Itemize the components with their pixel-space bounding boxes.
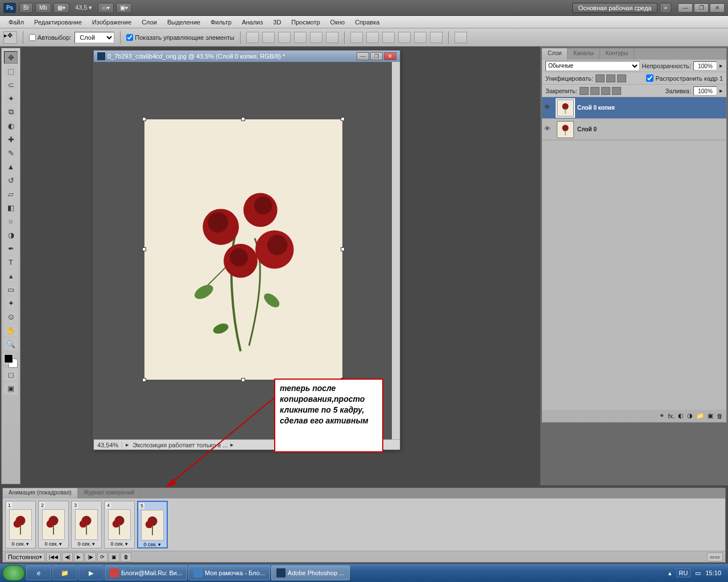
layer-group-icon[interactable]: 📁	[696, 412, 704, 419]
mini-bridge-button[interactable]: Mb	[35, 3, 51, 13]
lock-all-icon[interactable]	[612, 87, 621, 95]
workspace-switcher[interactable]: Основная рабочая среда	[572, 3, 658, 13]
screen-mode-button[interactable]: ▣▾	[116, 3, 132, 13]
bridge-button[interactable]: Br	[19, 3, 33, 13]
layer-mask-icon[interactable]: ◐	[678, 412, 684, 419]
clock[interactable]: 15:10	[705, 569, 721, 576]
link-layers-icon[interactable]: ⚭	[659, 412, 664, 419]
color-swatches[interactable]	[4, 354, 18, 368]
menu-select[interactable]: Выделение	[162, 19, 205, 26]
layer-name[interactable]: Слой 0	[577, 126, 597, 132]
taskbar-item[interactable]: Adobe Photoshop ...	[271, 566, 350, 580]
pinned-ie-icon[interactable]: e	[26, 566, 51, 580]
distribute-button-3[interactable]	[382, 32, 395, 43]
tab-layers[interactable]: Слои	[542, 48, 568, 60]
vertical-scrollbar[interactable]	[392, 62, 400, 439]
shape-tool[interactable]: ▭	[4, 283, 18, 296]
eyedropper-tool[interactable]: ◐	[4, 119, 18, 132]
align-button-1[interactable]	[246, 32, 259, 43]
layer-row[interactable]: 👁 Слой 0 копия	[542, 97, 726, 119]
tray-expand-icon[interactable]: ▴	[668, 569, 672, 577]
status-zoom[interactable]: 43,54%	[94, 442, 122, 448]
tab-animation[interactable]: Анимация (покадровая)	[3, 488, 78, 498]
menu-window[interactable]: Окно	[325, 19, 350, 26]
tray-flag-icon[interactable]: ▭	[695, 569, 701, 577]
screenmode-button[interactable]: ▣	[4, 382, 18, 394]
maximize-button[interactable]: ❐	[694, 3, 709, 13]
language-indicator[interactable]: RU	[676, 568, 691, 577]
stamp-tool[interactable]: ▲	[4, 160, 18, 173]
distribute-button-5[interactable]	[414, 32, 427, 43]
pinned-media-icon[interactable]: ▶	[78, 566, 104, 580]
propagate-frame-checkbox[interactable]	[646, 74, 653, 82]
align-button-5[interactable]	[310, 32, 322, 43]
brush-tool[interactable]: ✎	[4, 147, 18, 159]
start-button[interactable]	[2, 565, 25, 581]
align-button-2[interactable]	[262, 32, 275, 43]
quickmask-button[interactable]: ◻	[4, 368, 18, 381]
arrange-button[interactable]: ▭▾	[98, 3, 114, 13]
unify-style-icon[interactable]	[617, 74, 626, 82]
menu-view[interactable]: Просмотр	[286, 19, 325, 26]
taskbar-item[interactable]: Моя рамочка - Бло...	[188, 566, 270, 580]
tween-button[interactable]: ⟳	[97, 552, 107, 562]
layer-name[interactable]: Слой 0 копия	[577, 105, 615, 111]
menu-analysis[interactable]: Анализ	[237, 19, 268, 26]
lasso-tool[interactable]: ⊂	[4, 78, 18, 91]
visibility-eye-icon[interactable]: 👁	[544, 103, 553, 113]
layer-thumbnail[interactable]	[557, 99, 574, 117]
marquee-tool[interactable]: ⬚	[4, 65, 18, 77]
move-tool[interactable]: ✥	[4, 51, 18, 64]
distribute-button-2[interactable]	[366, 32, 379, 43]
healing-tool[interactable]: ✚	[4, 133, 18, 146]
crop-tool[interactable]: ⧉	[4, 106, 18, 118]
wand-tool[interactable]: ✦	[4, 92, 18, 105]
blend-mode-dropdown[interactable]: Обычные	[545, 61, 640, 71]
zoom-tool[interactable]: 🔍	[4, 338, 18, 350]
unify-position-icon[interactable]	[595, 74, 605, 82]
next-frame-button[interactable]: |▶	[85, 552, 96, 562]
dodge-tool[interactable]: ◑	[4, 228, 18, 241]
close-button[interactable]: ✕	[710, 3, 725, 13]
pinned-explorer-icon[interactable]: 📁	[52, 566, 77, 580]
distribute-button-4[interactable]	[398, 32, 411, 43]
new-layer-icon[interactable]: ▣	[708, 412, 713, 419]
layer-thumbnail[interactable]	[557, 121, 574, 138]
lock-transparency-icon[interactable]	[580, 87, 589, 95]
align-button-6[interactable]	[326, 32, 338, 43]
move-tool-preset-icon[interactable]: ▸✥	[3, 31, 17, 44]
first-frame-button[interactable]: |◀◀	[46, 552, 61, 562]
tab-paths[interactable]: Контуры	[600, 48, 634, 60]
doc-maximize-button[interactable]: ❐	[370, 52, 383, 60]
hand-tool[interactable]: ✋	[4, 324, 18, 336]
gradient-tool[interactable]: ◧	[4, 201, 18, 214]
doc-close-button[interactable]: ✕	[384, 52, 396, 60]
taskbar-item[interactable]: Блоги@Mail.Ru: Ви...	[105, 566, 187, 580]
layer-row[interactable]: 👁 Слой 0	[542, 119, 726, 140]
workspace-expand-button[interactable]: »	[660, 3, 671, 13]
play-button[interactable]: ▶	[74, 552, 84, 562]
menu-layers[interactable]: Слои	[136, 19, 162, 26]
autoselect-dropdown[interactable]: Слой	[75, 32, 114, 43]
distribute-button-1[interactable]	[350, 32, 363, 43]
document-titlebar[interactable]: 0_7b293_cda6b4cd_orig.jpg @ 43,5% (Слой …	[94, 51, 400, 62]
auto-align-button[interactable]	[454, 32, 467, 43]
3d-tool[interactable]: ✦	[4, 297, 18, 309]
animation-frame[interactable]: 40 сек. ▾	[104, 501, 135, 548]
unify-visibility-icon[interactable]	[606, 74, 615, 82]
3d-camera-tool[interactable]: ⊙	[4, 310, 18, 323]
menu-help[interactable]: Справка	[350, 19, 384, 26]
menu-3d[interactable]: 3D	[268, 19, 286, 26]
path-select-tool[interactable]: ▴	[4, 269, 18, 282]
animation-frame[interactable]: 20 сек. ▾	[38, 501, 69, 548]
tab-measurements[interactable]: Журнал измерений	[78, 488, 141, 498]
adjustment-layer-icon[interactable]: ◑	[687, 412, 693, 419]
pen-tool[interactable]: ✒	[4, 242, 18, 255]
eraser-tool[interactable]: ▱	[4, 188, 18, 200]
distribute-button-6[interactable]	[430, 32, 442, 43]
menu-file[interactable]: Файл	[3, 19, 29, 26]
animation-frame[interactable]: 50 сек. ▾	[137, 501, 168, 548]
delete-frame-button[interactable]: 🗑	[121, 552, 131, 562]
loop-dropdown[interactable]: Постоянно ▾	[5, 552, 45, 562]
convert-timeline-button[interactable]: ▭▭	[707, 552, 723, 562]
